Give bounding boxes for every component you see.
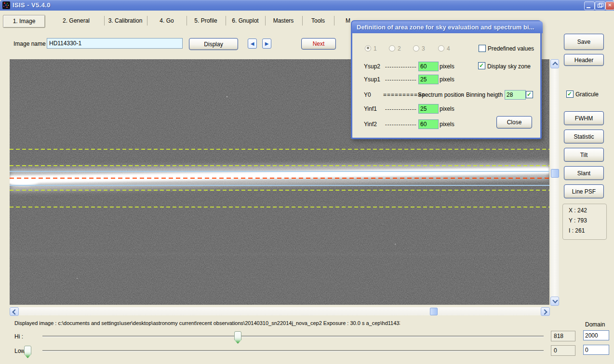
domain-label: Domain [585, 321, 605, 328]
hi-slider-thumb[interactable] [234, 331, 241, 344]
low-slider-track[interactable] [42, 350, 544, 351]
horizontal-scrollbar[interactable] [10, 307, 549, 315]
cursor-i-value: I : 261 [569, 227, 606, 234]
tab-separator [334, 16, 334, 26]
low-value-box: 0 [551, 345, 575, 356]
yinf1-label: Yinf1 [364, 105, 377, 112]
arrow-left-icon: ◀ [251, 41, 254, 46]
arrow-right-icon: ▶ [265, 41, 269, 46]
chevron-up-icon [552, 62, 558, 67]
graticule-label: Graticule [575, 91, 599, 98]
tab-separator [226, 16, 226, 26]
minimize-icon [587, 7, 590, 8]
tab-profile[interactable]: 5. Profile [194, 17, 217, 24]
tab-hidden-partial[interactable]: M [346, 17, 350, 24]
zone-radio-4-label: 4 [447, 45, 450, 52]
title-bar[interactable]: ISIS - V5.4.0 ✕ [0, 0, 614, 11]
ysup1-label: Ysup1 [364, 76, 380, 83]
chevron-left-icon [12, 309, 17, 314]
predefined-values-checkbox[interactable] [479, 45, 486, 52]
yinf2-input[interactable] [418, 119, 439, 129]
hi-slider-track[interactable] [42, 336, 544, 337]
y0-text: Spectrum position [418, 91, 464, 98]
close-dialog-button[interactable]: Close [496, 116, 532, 129]
isis-logo-icon [2, 1, 10, 9]
next-image-button[interactable]: ▶ [262, 39, 271, 49]
tab-separator [104, 16, 105, 26]
domain-low-input[interactable] [583, 345, 609, 355]
yinf1-unit: pixels [440, 105, 454, 112]
dialog-title-bar[interactable]: Definition of area zone for sky evaluati… [352, 21, 543, 33]
display-button[interactable]: Display [189, 38, 238, 50]
tab-separator [147, 16, 147, 26]
tab-go[interactable]: 4. Go [160, 17, 174, 24]
yinf1-input[interactable] [418, 104, 439, 114]
image-name-label: Image name : [13, 40, 49, 47]
tab-image-label: 1. Image [13, 18, 36, 25]
chevron-down-icon [552, 298, 558, 303]
hi-value-box: 818 [551, 331, 575, 341]
ysup2-unit: pixels [440, 63, 454, 70]
binning-height-label: Binning heigth : [466, 91, 506, 98]
zone-radio-4[interactable] [438, 45, 444, 52]
ysup2-input[interactable] [418, 62, 439, 71]
ysup1-dashes: --------------------- [385, 77, 417, 82]
tab-calibration[interactable]: 3. Calibration [108, 17, 143, 24]
ysup1-input[interactable] [418, 75, 439, 84]
tilt-button[interactable]: Tilt [564, 148, 604, 162]
tab-separator [265, 16, 266, 26]
close-window-button[interactable]: ✕ [605, 1, 614, 10]
cursor-x-value: X : 242 [569, 207, 606, 214]
graticule-checkbox[interactable]: ✓ [566, 91, 574, 98]
save-button[interactable]: Save [564, 34, 604, 50]
cursor-info-box: X : 242 Y : 793 I : 261 [562, 204, 607, 240]
binning-height-input[interactable] [505, 90, 526, 100]
yinf2-unit: pixels [440, 121, 454, 128]
area-zone-dialog: Definition of area zone for sky evaluati… [351, 20, 542, 139]
display-sky-zone-checkbox[interactable]: ✓ [478, 62, 485, 69]
displayed-image-status: Displayed image : c:\documents and setti… [14, 320, 400, 326]
fwhm-button[interactable]: FWHM [564, 111, 604, 125]
low-slider-thumb[interactable] [24, 346, 31, 358]
line-psf-button[interactable]: Line PSF [564, 184, 604, 198]
previous-image-button[interactable]: ◀ [248, 39, 257, 49]
ysup2-label: Ysup2 [364, 63, 380, 70]
vertical-scroll-thumb[interactable] [551, 169, 559, 178]
scroll-up-button[interactable] [550, 59, 559, 68]
y0-label: Y0 [364, 91, 371, 98]
restore-button[interactable] [595, 1, 605, 10]
zone-radio-3[interactable] [413, 45, 419, 52]
slant-button[interactable]: Slant [564, 166, 604, 180]
check-icon: ✓ [567, 91, 572, 97]
zone-radio-2[interactable] [389, 45, 395, 52]
header-button[interactable]: Header [564, 54, 604, 66]
cursor-y-value: Y : 793 [569, 217, 606, 224]
scroll-down-button[interactable] [550, 297, 559, 306]
display-sky-zone-label: Display sky zone [487, 63, 531, 70]
tab-tools[interactable]: Tools [311, 17, 325, 24]
image-name-input[interactable] [47, 38, 183, 49]
ysup2-dashes: --------------------- [385, 64, 417, 69]
tab-masters[interactable]: Masters [273, 17, 294, 24]
window-title: ISIS - V5.4.0 [13, 1, 51, 9]
chevron-right-icon [542, 309, 547, 314]
binning-height-checkbox[interactable]: ✓ [526, 91, 533, 98]
y0-dash: - [462, 91, 464, 98]
horizontal-scroll-thumb[interactable] [430, 308, 438, 315]
tab-general[interactable]: 2. General [63, 17, 90, 24]
zone-radio-3-label: 3 [422, 45, 425, 52]
minimize-button[interactable] [584, 1, 595, 10]
domain-hi-input[interactable] [583, 330, 609, 340]
restore-icon [598, 4, 602, 8]
predefined-values-label: Predefined values [488, 45, 534, 52]
scroll-right-button[interactable] [541, 307, 550, 316]
statistic-button[interactable]: Statistic [564, 130, 604, 143]
zone-radio-1[interactable] [365, 45, 371, 52]
vertical-scrollbar[interactable] [550, 59, 559, 305]
scroll-left-button[interactable] [10, 307, 19, 316]
tab-image[interactable]: 1. Image [3, 15, 45, 28]
yinf2-label: Yinf2 [364, 121, 377, 128]
ysup1-unit: pixels [440, 76, 454, 83]
next-button[interactable]: Next [301, 38, 336, 50]
tab-gnuplot[interactable]: 6. Gnuplot [232, 17, 258, 24]
